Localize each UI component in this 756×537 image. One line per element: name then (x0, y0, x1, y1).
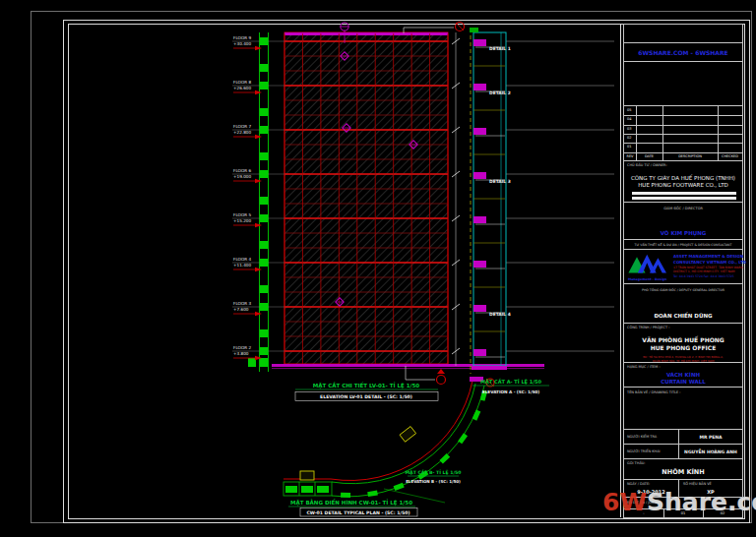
revision-header: DATE (636, 154, 662, 158)
section-slab-block (473, 84, 486, 90)
deputy-label: PHÓ TỔNG GIÁM ĐỐC / DEPUTY GENERAL DIREC… (624, 288, 742, 292)
section-a-title-vn: MẶT CẮT A- TỈ LỆ 1/50 (480, 378, 542, 386)
mullion-marker (248, 358, 256, 367)
drawing-title-section: TÊN BẢN VẼ / DRAWING TITLE : (623, 387, 743, 430)
sheet-no-label: SỐ HIỆU BẢN VẼ (683, 482, 712, 486)
detail-callout-box (300, 471, 314, 480)
floor-level: +19.000 (233, 174, 251, 179)
revision-header: REV (624, 154, 636, 158)
section-slab-block (473, 261, 486, 268)
elevation-title-en: ELEVATION LV-01 DETAIL - (SC: 1/50) (320, 394, 412, 399)
consultant-name1: ASSET MANAGEMENT & DESIGN (673, 254, 743, 259)
consultant-label: TƯ VẤN THIẾT KẾ & DỰ ÁN / PROJECT & DESI… (624, 243, 742, 247)
detail-label: DETAIL 2 (489, 90, 511, 95)
detail-labels: DETAIL 1DETAIL 2DETAIL 3DETAIL 4 (489, 46, 511, 317)
floor-label: FLOOR 5 (233, 212, 251, 217)
signature-bar (632, 197, 736, 200)
project-name-vn: VĂN PHÒNG HUẾ PHONG (624, 336, 742, 343)
section-slab-block (473, 216, 486, 223)
elevation-view (248, 23, 544, 385)
logo-caption: Management - Design (628, 277, 666, 281)
consultant-logo (627, 253, 670, 276)
owner-name-vn: CÔNG TY GIÀY DA HUẾ PHONG (TNHH) (624, 175, 742, 181)
checker-label: NGƯỜI KIỂM TRA (627, 435, 657, 439)
mullion-marker (260, 126, 268, 134)
revision-number: 05 (627, 108, 631, 112)
section-slab-block (473, 128, 486, 135)
section-b-title-en: ELEVATION B - (SC: 1/50) (406, 479, 461, 484)
watermark-part2: Share.com (647, 488, 756, 516)
mullion-marker (317, 486, 329, 493)
level-arrow (255, 135, 262, 139)
level-arrow (255, 46, 262, 50)
watermark: 6WShare.com (602, 488, 756, 516)
plan-title-en: CW-01 DETAIL TYPICAL PLAN - (SC: 1/50) (306, 510, 410, 515)
floor-label: FLOOR 9 (233, 35, 251, 40)
director-section: GIÁM ĐỐC / DIRECTOR VÕ KIM PHỤNG (623, 202, 743, 240)
section-top-cap (470, 28, 478, 32)
mullion-marker (260, 82, 268, 90)
drawing-title-label: TÊN BẢN VẼ / DRAWING TITLE : (627, 390, 681, 394)
floor-level: +26.600 (233, 86, 251, 90)
revision-number: 02 (627, 136, 631, 140)
deputy-name: ĐOÀN CHIẾN DŨNG (624, 313, 742, 319)
floor-label: FLOOR 8 (233, 80, 251, 85)
owner-name-en: HUE PHONG FOOTWARE CO., LTD (624, 182, 742, 188)
floor-level: +3.800 (233, 351, 249, 356)
revision-header: DESCRIPTION (662, 154, 718, 158)
mullion-marker (458, 433, 468, 444)
mullion-marker (260, 358, 268, 367)
section-a-title-en: ELEVATION A - (SC: 1/50) (482, 389, 539, 394)
owner-section: CHỦ ĐẦU TƯ / OWNER: CÔNG TY GIÀY DA HUẾ … (623, 160, 743, 203)
drafter-row: NGƯỜI TRIỂN KHAI NGUYỄN HOÀNG ANH (623, 444, 743, 459)
mullion-marker (260, 37, 268, 45)
mullion-marker (367, 491, 378, 498)
mullion-marker (260, 214, 268, 222)
package-name: NHÔM KÍNH (624, 468, 742, 476)
plan-title-vn: MẶT BẰNG ĐIỂN HÌNH CW-01- TỈ LỆ 1/50 (290, 498, 412, 507)
mullion-marker (439, 453, 450, 463)
floor-label: FLOOR 7 (233, 124, 251, 129)
project-section: CÔNG TRÌNH / PROJECT : VĂN PHÒNG HUẾ PHO… (623, 323, 743, 363)
floor-level: +15.200 (233, 218, 251, 223)
mullion-marker (285, 486, 297, 493)
floor-levels: FLOOR 9+30.400FLOOR 8+26.600FLOOR 7+22.8… (232, 35, 284, 360)
level-arrow (255, 268, 262, 271)
mullion-marker (260, 303, 268, 311)
detail-label: DETAIL 1 (489, 46, 511, 51)
tb-blue-header: 6WSHARE.COM - 6WSHARE (624, 49, 742, 56)
mullion-marker (260, 347, 268, 355)
checker-row: NGƯỜI KIỂM TRA MR PENA (623, 429, 743, 445)
mullion-marker (260, 170, 268, 178)
consultant-name2: CONSULTANCY VIETNAM CO., LTD (673, 260, 746, 265)
floor-level: +30.400 (233, 41, 251, 46)
item-line2: CURTAIN WALL (624, 379, 742, 385)
consultant-addr2: DISTRICT 1, HỒ CHÍ MINH CITY, VIỆT NAM (673, 269, 734, 273)
consultant-section: Management - Design ASSET MANAGEMENT & D… (623, 249, 743, 284)
tb-top-box (623, 24, 743, 43)
mullion-marker (260, 285, 268, 293)
director-name: VÕ KIM PHỤNG (624, 230, 742, 236)
mullion-marker (260, 64, 268, 72)
floor-label: FLOOR 2 (233, 345, 251, 350)
detail-marker (404, 23, 465, 34)
mullion-marker (472, 409, 481, 420)
section-slab-block (473, 172, 486, 179)
level-arrow (255, 90, 262, 94)
owner-label: CHỦ ĐẦU TƯ / OWNER: (627, 163, 667, 167)
cad-sheet: FLOOR 9+30.400FLOOR 8+26.600FLOOR 7+22.8… (0, 0, 756, 537)
section-slab-block (473, 39, 486, 46)
item-section: HẠNG MỤC / ITEM : VÁCH KÍNH CURTAIN WALL (623, 362, 743, 388)
consultant-tel: Tel: 84.8 3943 5724 Fax: 84.8 3943 5725 (673, 274, 734, 278)
detail-label: DETAIL 3 (489, 179, 511, 184)
project-label: CÔNG TRÌNH / PROJECT : (627, 326, 669, 329)
section-b-title-vn: MẶT CẮT B- TỈ LỆ 1/50 (406, 469, 462, 475)
item-line1: VÁCH KÍNH (624, 372, 742, 378)
revision-number: 03 (627, 127, 631, 131)
detail-callout-box (400, 427, 416, 443)
revision-table: 0504030201REVDATEDESCRIPTIONCHECKED (623, 105, 743, 161)
mullion-marker (260, 259, 268, 267)
section-b-marker (437, 369, 446, 385)
mullion-marker (260, 329, 268, 337)
mullion-marker (301, 486, 313, 493)
